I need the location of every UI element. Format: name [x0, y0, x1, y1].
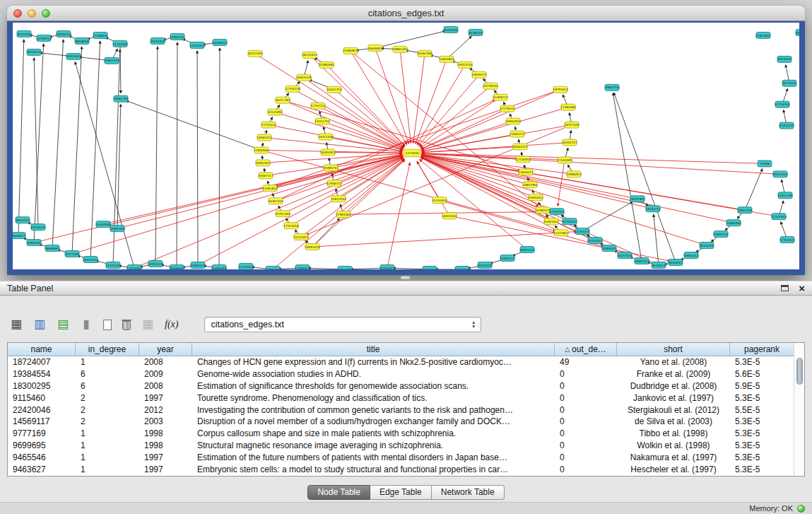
graph-node[interactable]: 14646171	[471, 71, 487, 78]
graph-node[interactable]: 9015410	[16, 217, 30, 223]
graph-node[interactable]: 16162584	[417, 50, 433, 57]
graph-node[interactable]: 9245012	[669, 259, 683, 266]
graph-node[interactable]: 11542103	[105, 262, 121, 269]
graph-window-titlebar[interactable]: citations_edges.txt	[7, 6, 805, 21]
graph-node[interactable]: 17594414	[295, 265, 310, 269]
scrollbar-thumb[interactable]	[796, 358, 803, 385]
graph-node[interactable]: 17754121	[779, 237, 795, 243]
graph-node[interactable]: 15958	[758, 160, 772, 167]
table-row[interactable]: 1872400712008Changes of HCN gene express…	[8, 356, 794, 368]
graph-node[interactable]: 16454101	[477, 262, 493, 269]
graph-node[interactable]: 11261814	[262, 185, 278, 192]
graph-node[interactable]: 15358112	[493, 94, 508, 100]
graph-node[interactable]: 16104727	[562, 139, 577, 146]
graph-node[interactable]: 15905316	[110, 226, 125, 232]
graph-node[interactable]: 11255410	[211, 265, 227, 269]
graph-node[interactable]: 19565412	[257, 134, 272, 141]
table-mode-icon[interactable]: ▦	[10, 317, 23, 332]
graph-node[interactable]: 9154105	[700, 243, 714, 249]
panel-resize-handle[interactable]	[400, 276, 411, 280]
graph-node[interactable]: 17778141	[500, 105, 515, 112]
graph-node[interactable]: 12752112	[310, 103, 326, 109]
graph-node[interactable]: 10996913	[566, 171, 582, 177]
graph-node[interactable]: 18461201	[795, 29, 799, 35]
graph-node[interactable]: 22060584	[319, 62, 334, 68]
graph-node[interactable]: 19464121	[634, 258, 649, 264]
delete-table-icon[interactable]	[122, 321, 131, 330]
graph-node[interactable]: 16034162	[442, 213, 457, 219]
graph-node[interactable]: 25269500	[95, 221, 111, 228]
graph-node[interactable]: 12754118	[285, 86, 300, 92]
table-row[interactable]: 977716911998Corpus callosum shape and si…	[8, 428, 794, 440]
graph-node[interactable]: 15134454	[432, 197, 447, 204]
graph-node[interactable]: 10154241	[30, 224, 46, 230]
graph-node[interactable]: 15905141	[170, 33, 185, 40]
column-header-short[interactable]: short	[617, 343, 730, 356]
graph-node[interactable]: 17625412	[265, 267, 281, 269]
table-row[interactable]: 911546021997Tourette syndrome. Phenomeno…	[8, 392, 794, 404]
graph-node[interactable]: 17253418	[283, 223, 299, 229]
graph-node[interactable]: 20662054	[505, 118, 521, 124]
column-header-pagerank[interactable]: pagerank	[730, 343, 794, 356]
column-header-year[interactable]: year	[139, 343, 192, 356]
graph-node[interactable]: 12515442	[126, 265, 142, 269]
graph-node[interactable]: 18154121	[454, 267, 470, 269]
graph-node[interactable]: 10942101	[737, 207, 753, 214]
graph-node[interactable]: 17485083	[560, 104, 576, 110]
graph-node[interactable]: 16651442	[422, 267, 437, 269]
graph-node[interactable]: 18711365	[275, 97, 290, 103]
graph-node[interactable]: 10760371	[535, 207, 551, 214]
graph-node[interactable]: 9136104	[469, 29, 483, 35]
graph-node[interactable]: 17904581	[336, 211, 351, 218]
table-source-select[interactable]: citations_edges.txt▲▼	[204, 317, 481, 332]
graph-node[interactable]: 16367554	[268, 198, 283, 204]
graph-node[interactable]: 19644754	[604, 84, 620, 90]
graph-node[interactable]: 12124811	[553, 230, 569, 236]
graph-node[interactable]: 12470721	[549, 209, 565, 215]
graph-node[interactable]: 16945121	[519, 247, 535, 253]
table-row[interactable]: 1456911722003Disruption of a novel membe…	[8, 416, 794, 428]
graph-node[interactable]: 19857964	[522, 182, 538, 188]
table-row[interactable]: 946554611997Estimation of the future num…	[8, 451, 794, 463]
graph-node[interactable]: 14046512	[212, 39, 228, 45]
graph-node[interactable]: 15654841	[439, 56, 454, 62]
graph-node[interactable]: 10790713	[36, 35, 52, 41]
graph-node[interactable]: 18711304	[247, 50, 263, 57]
graph-node[interactable]: 10791541	[562, 218, 577, 225]
function-builder-icon[interactable]: f(x)	[165, 319, 178, 330]
graph-node[interactable]: 15672034	[331, 196, 346, 202]
column-header-title[interactable]: title	[192, 343, 555, 356]
graph-node[interactable]: 16412753	[326, 86, 342, 93]
create-column-icon[interactable]: ▤	[57, 317, 69, 332]
graph-node[interactable]: 9274541	[782, 80, 796, 86]
close-panel-icon[interactable]: ×	[799, 284, 805, 293]
graph-node[interactable]: 12840562	[254, 147, 269, 153]
graph-node[interactable]: 12734154	[775, 101, 790, 107]
network-canvas[interactable]: 1813542422060584160551281275411818711365…	[13, 23, 799, 269]
graph-node[interactable]: 19793413	[553, 86, 568, 93]
graph-node[interactable]: 18093410	[305, 244, 320, 250]
graph-node[interactable]: 9699695	[45, 245, 59, 252]
column-header-name[interactable]: name	[8, 343, 76, 356]
graph-node[interactable]: 10654212	[683, 252, 699, 259]
graph-node[interactable]: 18757105	[564, 122, 579, 128]
table-row[interactable]: 969969511998Structural magnetic resonanc…	[8, 440, 794, 452]
graph-node[interactable]: 25813041	[755, 32, 771, 38]
graph-node[interactable]: 12103544	[771, 214, 787, 220]
graph-node[interactable]: 12936712	[326, 180, 342, 187]
graph-node[interactable]: 11611104	[777, 192, 793, 199]
graph-node[interactable]: 19013154	[457, 62, 473, 68]
graph-node[interactable]: 16412058	[318, 134, 334, 140]
graph-node[interactable]: 11845213	[104, 57, 119, 64]
graph-node[interactable]: 11544091	[557, 157, 572, 163]
graph-node[interactable]: 11454132	[779, 122, 794, 129]
graph-node[interactable]: 15253021	[293, 234, 309, 240]
graph-node[interactable]: 12258531	[93, 32, 108, 38]
new-table-icon[interactable]	[103, 320, 112, 330]
graph-node[interactable]: 18135424	[302, 52, 317, 58]
graph-node[interactable]: 20561704	[113, 95, 129, 102]
graph-node[interactable]: 15134457	[379, 265, 395, 269]
graph-node[interactable]: 19752403	[275, 211, 290, 217]
graph-node[interactable]: 15451647	[543, 218, 559, 225]
graph-node[interactable]: 18304022	[320, 149, 336, 156]
